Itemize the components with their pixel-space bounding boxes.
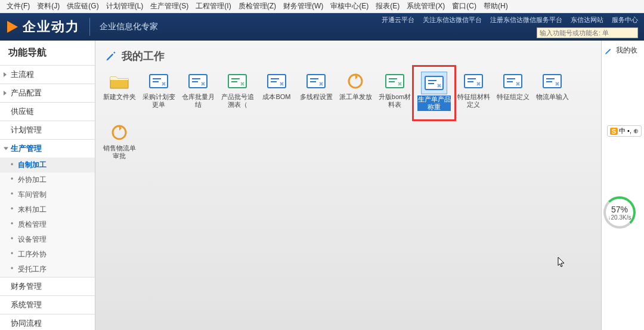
sidebar-group[interactable]: 财务管理 bbox=[0, 277, 95, 295]
work-item-label: 销售物流单审批 bbox=[103, 144, 136, 160]
work-item[interactable]: 多线程设置 bbox=[298, 69, 334, 117]
main-title-row: 我的工作 bbox=[101, 45, 595, 69]
doc-icon bbox=[423, 74, 445, 92]
menu-item[interactable]: 帮助(H) bbox=[480, 1, 512, 11]
banner-link[interactable]: 开通云平台 bbox=[382, 16, 414, 24]
doc-icon bbox=[463, 72, 484, 90]
menu-item[interactable]: 资料(J) bbox=[33, 1, 63, 11]
doc-icon bbox=[148, 72, 169, 90]
logo-separator bbox=[89, 18, 90, 36]
ime-text: 中 •, ⊕ bbox=[619, 127, 639, 135]
mouse-cursor-icon bbox=[558, 257, 566, 269]
sidebar-item[interactable]: 工序外协 bbox=[0, 247, 95, 262]
work-item[interactable]: 产品批号追溯表（ bbox=[219, 69, 255, 117]
right-panel: 我的收 bbox=[601, 41, 644, 330]
banner-link[interactable]: 东信达网站 bbox=[571, 16, 603, 24]
page-title: 我的工作 bbox=[122, 49, 165, 63]
sidebar-group[interactable]: 系统管理 bbox=[0, 295, 95, 314]
work-item[interactable]: 成本BOM bbox=[259, 69, 295, 117]
work-item[interactable]: 升版bom材料表 bbox=[377, 69, 413, 117]
work-item-label: 特征组材料定义 bbox=[457, 93, 490, 109]
doc-icon bbox=[502, 72, 524, 90]
sidebar-group[interactable]: 产品配置 bbox=[0, 84, 95, 102]
pen-icon bbox=[604, 46, 614, 55]
sidebar-title: 功能导航 bbox=[0, 41, 95, 65]
menu-item[interactable]: 计划管理(L) bbox=[103, 1, 147, 11]
work-item[interactable]: 新建文件夹 bbox=[101, 69, 137, 117]
app-logo-text: 企业动力 bbox=[23, 18, 80, 36]
logo-icon bbox=[7, 21, 18, 33]
doc-icon bbox=[266, 72, 287, 90]
work-item-label: 仓库批量月结 bbox=[181, 93, 215, 109]
menu-item[interactable]: 系统管理(X) bbox=[403, 1, 448, 11]
main-workspace: 我的工作 新建文件夹采购计划变更单仓库批量月结产品批号追溯表（成本BOM多线程设… bbox=[95, 41, 601, 330]
work-item-label: 多线程设置 bbox=[300, 93, 333, 101]
doc-icon bbox=[384, 72, 405, 90]
work-item-label: 产品批号追溯表（ bbox=[221, 93, 254, 109]
menu-item[interactable]: 财务管理(W) bbox=[280, 1, 327, 11]
work-item-label: 成本BOM bbox=[262, 93, 290, 101]
menu-item[interactable]: 生产管理(S) bbox=[147, 1, 192, 11]
work-item[interactable]: 销售物流单审批 bbox=[101, 121, 137, 161]
doc-icon bbox=[187, 72, 209, 90]
sidebar-item[interactable]: 来料加工 bbox=[0, 202, 95, 217]
work-item[interactable]: 派工单发放 bbox=[338, 69, 373, 117]
search-input[interactable] bbox=[537, 27, 638, 38]
menu-item[interactable]: 工程管理(I) bbox=[192, 1, 234, 11]
work-item[interactable]: 仓库批量月结 bbox=[180, 69, 216, 117]
sidebar-group[interactable]: 主流程 bbox=[0, 65, 95, 84]
banner-link[interactable]: 关注东信达微信平台 bbox=[423, 16, 482, 24]
work-item-label: 物流单输入 bbox=[536, 93, 569, 101]
sidebar-item[interactable]: 外协加工 bbox=[0, 172, 95, 187]
menu-item[interactable]: 窗口(C) bbox=[448, 1, 480, 11]
speed-rate: ↓20.3K/s bbox=[608, 214, 631, 221]
menu-bar[interactable]: 文件(F)资料(J)供应链(G)计划管理(L)生产管理(S)工程管理(I)质检管… bbox=[0, 0, 644, 13]
doc-icon bbox=[541, 72, 563, 90]
work-item[interactable]: 物流单输入 bbox=[534, 69, 570, 117]
menu-item[interactable]: 审核中心(E) bbox=[327, 1, 372, 11]
sidebar-item[interactable]: 设备管理 bbox=[0, 232, 95, 247]
sidebar-item[interactable]: 质检管理 bbox=[0, 217, 95, 232]
work-item-label: 升版bom材料表 bbox=[378, 93, 411, 109]
menu-item[interactable]: 质检管理(Z) bbox=[235, 1, 280, 11]
speed-percent: 57% bbox=[611, 205, 628, 214]
sidebar-group[interactable]: 计划管理 bbox=[0, 121, 95, 139]
sidebar-item[interactable]: 自制加工 bbox=[0, 158, 95, 172]
sidebar-group[interactable]: 协同流程 bbox=[0, 314, 95, 330]
work-item-label: 新建文件夹 bbox=[103, 93, 136, 101]
work-item[interactable]: 采购计划变更单 bbox=[141, 69, 177, 117]
work-item[interactable]: 特征组定义 bbox=[495, 69, 531, 117]
refresh-icon bbox=[109, 124, 130, 141]
ime-badge[interactable]: S 中 •, ⊕ bbox=[607, 125, 642, 137]
right-panel-title: 我的收 bbox=[616, 45, 637, 55]
work-items-row: 新建文件夹采购计划变更单仓库批量月结产品批号追溯表（成本BOM多线程设置派工单发… bbox=[101, 69, 595, 161]
sidebar-item[interactable]: 车间管制 bbox=[0, 187, 95, 202]
work-item-label: 采购计划变更单 bbox=[142, 93, 175, 109]
folder-icon bbox=[109, 72, 130, 90]
banner-link[interactable]: 服务中心 bbox=[612, 16, 638, 24]
menu-item[interactable]: 供应链(G) bbox=[63, 1, 102, 11]
app-subtitle: 企业信息化专家 bbox=[100, 21, 158, 32]
pen-icon bbox=[105, 50, 117, 62]
ime-s-icon: S bbox=[610, 128, 618, 135]
work-item-label: 生产单产品称重 bbox=[417, 95, 451, 111]
work-item[interactable]: 生产单产品称重 bbox=[416, 69, 452, 117]
sidebar-group[interactable]: 供应链 bbox=[0, 102, 95, 121]
menu-item[interactable]: 报表(E) bbox=[372, 1, 403, 11]
work-item-label: 特征组定义 bbox=[497, 93, 530, 101]
sidebar-group[interactable]: 生产管理 bbox=[0, 139, 95, 158]
work-item-label: 派工单发放 bbox=[339, 93, 372, 101]
sidebar-item[interactable]: 受托工序 bbox=[0, 262, 95, 277]
banner-links: 开通云平台关注东信达微信平台注册东信达微信服务平台东信达网站服务中心 bbox=[382, 16, 638, 24]
banner-link[interactable]: 注册东信达微信服务平台 bbox=[490, 16, 562, 24]
sidebar: 功能导航 主流程产品配置供应链计划管理生产管理自制加工外协加工车间管制来料加工质… bbox=[0, 41, 95, 330]
refresh-icon bbox=[345, 72, 366, 90]
doc-icon bbox=[227, 72, 248, 90]
doc-icon bbox=[305, 72, 327, 90]
menu-item[interactable]: 文件(F) bbox=[3, 1, 33, 11]
work-item[interactable]: 特征组材料定义 bbox=[456, 69, 491, 117]
download-speed-widget[interactable]: 57% ↓20.3K/s bbox=[603, 196, 636, 229]
search-container bbox=[537, 27, 638, 38]
app-banner: 企业动力 企业信息化专家 开通云平台关注东信达微信平台注册东信达微信服务平台东信… bbox=[0, 13, 644, 41]
